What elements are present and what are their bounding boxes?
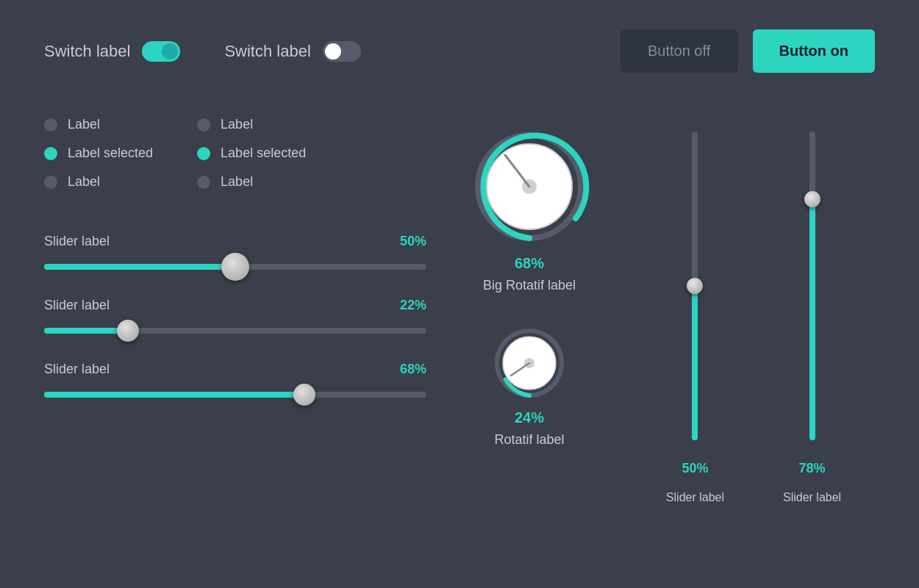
radio-dot-inactive	[44, 176, 57, 189]
radio-dot-inactive	[197, 118, 210, 132]
left-column: Label Label selected Label Label	[44, 117, 426, 504]
small-knob-section: 24% Rotatif label	[489, 323, 570, 448]
v-slider-2-track	[809, 132, 815, 440]
radio-label-selected: Label selected	[68, 146, 153, 161]
slider1-track	[44, 264, 426, 270]
switch1-label: Switch label	[44, 42, 130, 61]
big-knob-label: Big Rotatif label	[483, 278, 576, 293]
slider1-label: Slider label	[44, 234, 110, 249]
radio-dot-active	[197, 147, 210, 160]
radio-label: Label	[221, 117, 253, 132]
v-slider-1-wrapper[interactable]	[692, 132, 698, 440]
radio-item-selected[interactable]: Label selected	[197, 146, 306, 161]
big-knob-section: 68% Big Rotatif label	[467, 124, 592, 293]
radio-item[interactable]: Label	[44, 174, 153, 190]
v-slider-2-wrapper[interactable]	[809, 132, 815, 440]
small-knob[interactable]	[489, 323, 570, 404]
slider-header-2: Slider label 22%	[44, 298, 426, 313]
radio-group-2: Label Label selected Label	[197, 117, 306, 190]
slider-row-1: Slider label 50%	[44, 234, 426, 277]
slider2-track-container[interactable]	[44, 320, 426, 341]
switch1-toggle[interactable]	[142, 41, 180, 62]
small-knob-svg	[489, 323, 570, 404]
slider3-track	[44, 392, 426, 398]
slider2-fill	[44, 328, 128, 334]
top-row: Switch label Switch label Button off But…	[44, 29, 875, 73]
switch-group-1: Switch label	[44, 41, 180, 62]
v-slider-group-2: 78% Slider label	[783, 132, 841, 504]
slider3-label: Slider label	[44, 362, 110, 377]
button-on[interactable]: Button on	[753, 29, 875, 73]
switch2-toggle[interactable]	[323, 41, 361, 62]
v-slider-group-1: 50% Slider label	[666, 132, 724, 504]
slider1-fill	[44, 264, 235, 270]
v-slider-1-value: 50%	[682, 461, 708, 476]
slider1-track-container[interactable]	[44, 257, 426, 277]
radio-dot-inactive	[197, 176, 210, 189]
v-slider-1-label: Slider label	[666, 491, 724, 504]
radio-dot-inactive	[44, 118, 57, 132]
slider1-value: 50%	[400, 234, 426, 249]
small-knob-value: 24%	[515, 409, 544, 426]
slider2-track	[44, 328, 426, 334]
radio-label: Label	[68, 117, 100, 132]
v-slider-1-thumb[interactable]	[687, 278, 703, 294]
content-row: Label Label selected Label Label	[44, 117, 875, 504]
radio-item[interactable]: Label	[197, 117, 306, 132]
switch2-label: Switch label	[224, 42, 310, 61]
v-slider-2-value: 78%	[799, 461, 826, 476]
v-slider-2-thumb[interactable]	[804, 191, 820, 207]
radio-item[interactable]: Label	[197, 174, 306, 190]
slider2-thumb[interactable]	[117, 320, 139, 342]
switch2-thumb	[325, 43, 341, 60]
slider3-track-container[interactable]	[44, 384, 426, 405]
v-slider-2-fill	[809, 199, 815, 440]
slider-header-3: Slider label 68%	[44, 362, 426, 377]
v-slider-1-track	[692, 132, 698, 440]
radio-section: Label Label selected Label Label	[44, 117, 426, 190]
radio-group-1: Label Label selected Label	[44, 117, 153, 190]
big-knob-value: 68%	[515, 255, 544, 272]
slider-section: Slider label 50% Slider label 22%	[44, 234, 426, 405]
slider3-value: 68%	[400, 362, 426, 377]
middle-column: 68% Big Rotatif label	[426, 117, 632, 504]
slider-header-1: Slider label 50%	[44, 234, 426, 249]
radio-label: Label	[221, 174, 253, 190]
radio-item-selected[interactable]: Label selected	[44, 146, 153, 161]
button-off[interactable]: Button off	[621, 29, 738, 73]
slider-row-2: Slider label 22%	[44, 298, 426, 341]
switch1-thumb	[162, 43, 178, 60]
radio-dot-active	[44, 147, 57, 160]
slider2-label: Slider label	[44, 298, 110, 313]
switch-group-2: Switch label	[224, 41, 360, 62]
big-knob-svg	[467, 124, 592, 249]
slider3-fill	[44, 392, 304, 398]
slider1-thumb[interactable]	[221, 253, 249, 281]
buttons-group: Button off Button on	[621, 29, 875, 73]
slider-row-3: Slider label 68%	[44, 362, 426, 405]
big-knob[interactable]	[467, 124, 592, 249]
radio-item[interactable]: Label	[44, 117, 153, 132]
right-column: 50% Slider label 78% Slider label	[632, 117, 875, 504]
slider3-thumb[interactable]	[293, 384, 315, 406]
radio-label: Label	[68, 174, 100, 190]
small-knob-label: Rotatif label	[494, 432, 564, 448]
main-container: Switch label Switch label Button off But…	[0, 0, 919, 534]
v-slider-2-label: Slider label	[783, 491, 841, 504]
v-slider-1-fill	[692, 286, 698, 440]
radio-label-selected: Label selected	[221, 146, 306, 161]
slider2-value: 22%	[400, 298, 426, 313]
